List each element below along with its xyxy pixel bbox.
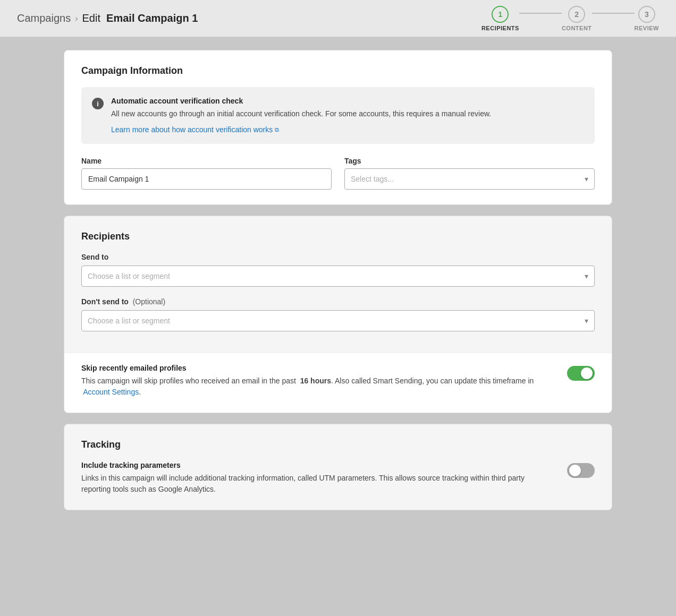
step-3-circle: 3 [638, 6, 655, 23]
tags-label: Tags [344, 157, 595, 165]
skip-section: Skip recently emailed profiles This camp… [64, 353, 612, 413]
tracking-toggle[interactable] [567, 463, 595, 478]
dont-send-to-group: Don't send to (Optional) ▾ Choose a list… [81, 297, 595, 331]
main-content: Campaign Information i Automatic account… [0, 37, 676, 523]
dont-send-select[interactable] [81, 310, 595, 331]
page-title: Edit Email Campaign 1 [82, 12, 198, 24]
tags-field-group: Tags ▾ Select tags... [344, 157, 595, 190]
send-to-label: Send to [81, 253, 595, 261]
name-field-group: Name [81, 157, 332, 190]
account-settings-link[interactable]: Account Settings [83, 388, 139, 396]
tracking-field: Include tracking parameters Links in thi… [81, 461, 554, 495]
breadcrumb-separator: › [75, 14, 78, 23]
step-content[interactable]: 2 CONTENT [562, 6, 592, 31]
step-connector-1-2 [519, 13, 562, 14]
info-box-text: All new accounts go through an initial a… [111, 108, 584, 119]
tracking-field-text: Links in this campaign will include addi… [81, 473, 554, 495]
info-box-content: Automatic account verification check All… [111, 97, 584, 134]
tracking-row: Include tracking parameters Links in thi… [81, 461, 595, 495]
tracking-field-title: Include tracking parameters [81, 461, 554, 469]
info-box-title: Automatic account verification check [111, 97, 584, 105]
tracking-title: Tracking [81, 439, 595, 450]
skip-title: Skip recently emailed profiles [81, 364, 554, 372]
step-recipients[interactable]: 1 RECIPIENTS [481, 6, 519, 31]
info-icon: i [92, 98, 104, 109]
campaigns-link[interactable]: Campaigns [17, 12, 71, 24]
verification-info-box: i Automatic account verification check A… [81, 87, 595, 144]
tracking-card: Tracking Include tracking parameters Lin… [64, 424, 612, 510]
step-1-label: RECIPIENTS [481, 25, 519, 31]
campaign-form-row: Name Tags ▾ Select tags... [81, 157, 595, 190]
name-label: Name [81, 157, 332, 165]
step-2-label: CONTENT [562, 25, 592, 31]
skip-text: This campaign will skip profiles who rec… [81, 375, 554, 398]
tracking-toggle-wrapper[interactable] [567, 463, 595, 478]
dont-send-select-wrapper: ▾ Choose a list or segment [81, 310, 595, 331]
tags-select-wrapper: ▾ Select tags... [344, 168, 595, 190]
campaign-info-title: Campaign Information [81, 65, 595, 76]
send-to-select-wrapper: ▾ Choose a list or segment [81, 266, 595, 287]
skip-content: Skip recently emailed profiles This camp… [81, 364, 554, 398]
step-1-circle: 1 [492, 6, 509, 23]
page-header: Campaigns › Edit Email Campaign 1 1 RECI… [0, 0, 676, 37]
recipients-card: Recipients Send to ▾ Choose a list or se… [64, 216, 612, 413]
skip-toggle-wrapper[interactable] [567, 366, 595, 381]
step-2-circle: 2 [568, 6, 585, 23]
breadcrumb: Campaigns › Edit Email Campaign 1 [17, 12, 198, 24]
recipients-title: Recipients [81, 231, 595, 242]
toggle-knob [581, 367, 593, 379]
send-to-group: Send to ▾ Choose a list or segment [81, 253, 595, 287]
steps-nav: 1 RECIPIENTS 2 CONTENT 3 REVIEW [481, 6, 659, 31]
recipients-card-top: Recipients Send to ▾ Choose a list or se… [64, 216, 612, 353]
dont-send-label: Don't send to (Optional) [81, 297, 595, 306]
campaign-name-input[interactable] [81, 168, 332, 190]
tracking-toggle-knob [569, 465, 581, 476]
verification-learn-more-link[interactable]: Learn more about how account verificatio… [111, 125, 279, 134]
send-to-select[interactable] [81, 266, 595, 287]
campaign-info-card: Campaign Information i Automatic account… [64, 50, 612, 205]
step-connector-2-3 [592, 13, 635, 14]
external-link-icon: ⧉ [275, 126, 279, 133]
skip-toggle[interactable] [567, 366, 595, 381]
tags-select[interactable] [344, 168, 595, 190]
step-3-label: REVIEW [635, 25, 659, 31]
dont-send-optional: (Optional) [131, 297, 165, 306]
step-review[interactable]: 3 REVIEW [635, 6, 659, 31]
